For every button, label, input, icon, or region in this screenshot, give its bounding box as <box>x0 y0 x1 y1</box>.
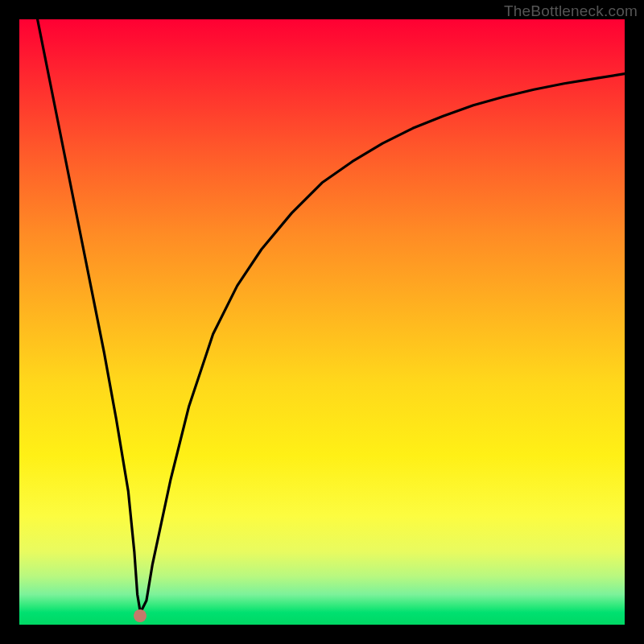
plot-area <box>19 19 625 625</box>
watermark-text: TheBottleneck.com <box>504 2 638 20</box>
optimal-point-marker <box>134 609 147 622</box>
bottleneck-curve-path <box>38 19 625 613</box>
bottleneck-chart: TheBottleneck.com <box>0 0 644 644</box>
curve-svg <box>19 19 625 625</box>
